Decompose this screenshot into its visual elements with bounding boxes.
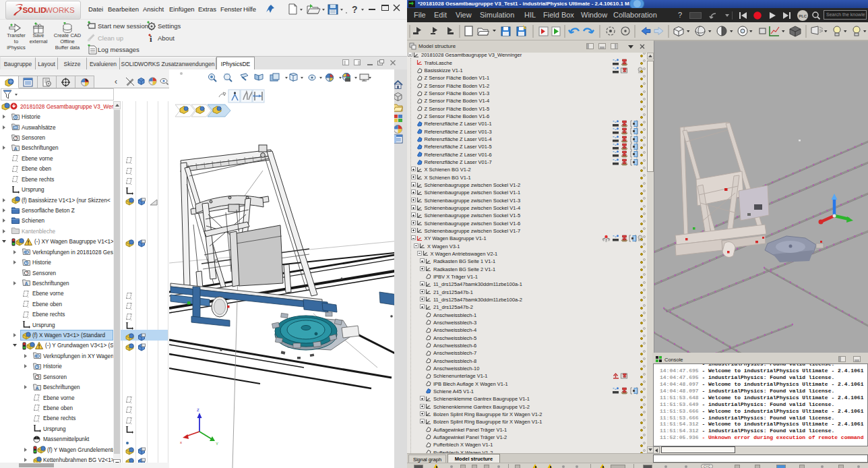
svg-text:x: x xyxy=(180,440,182,444)
svg-text:Y: Y xyxy=(216,442,218,446)
svg-text:WORKS: WORKS xyxy=(45,6,75,14)
svg-text:Z: Z xyxy=(197,408,199,412)
svg-text:A: A xyxy=(35,385,38,390)
svg-text:A: A xyxy=(24,281,28,286)
svg-text:PLC: PLC xyxy=(799,14,807,18)
svg-text:SOLID: SOLID xyxy=(22,6,46,14)
svg-text:?: ? xyxy=(352,4,358,15)
svg-text:A: A xyxy=(13,146,17,151)
